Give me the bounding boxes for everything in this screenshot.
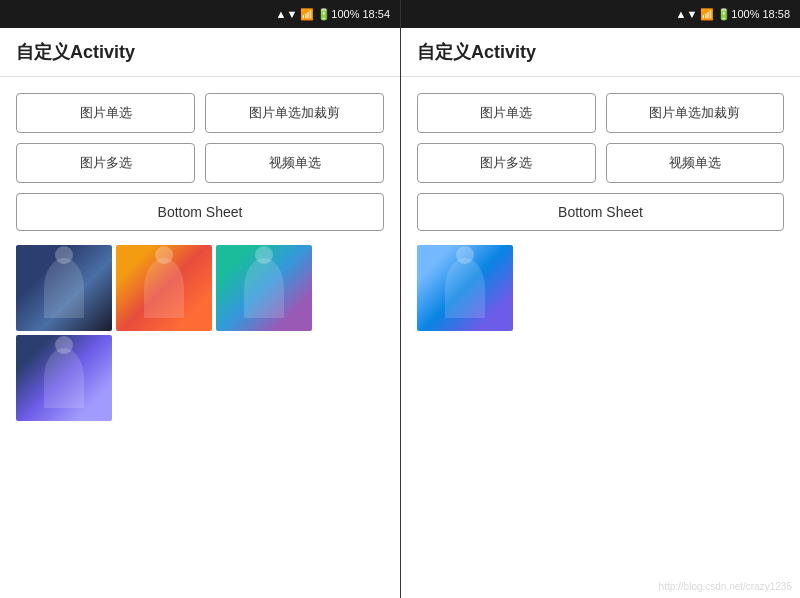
right-phone-panel: ▲▼ 📶 🔋100% 18:58 自定义Activity 图片单选 图片单选加裁… — [400, 0, 800, 598]
left-phone-content: 自定义Activity 图片单选 图片单选加裁剪 图片多选 视频单选 Botto… — [0, 28, 400, 598]
left-btn-row-1: 图片单选 图片单选加裁剪 — [16, 93, 384, 133]
right-time: 18:58 — [762, 8, 790, 20]
right-app-title: 自定义Activity — [417, 42, 536, 62]
left-app-title: 自定义Activity — [16, 42, 135, 62]
right-btn-multi-image[interactable]: 图片多选 — [417, 143, 596, 183]
left-btn-multi-image[interactable]: 图片多选 — [16, 143, 195, 183]
right-status-bar: ▲▼ 📶 🔋100% 18:58 — [401, 0, 800, 28]
left-btn-single-video[interactable]: 视频单选 — [205, 143, 384, 183]
right-btn-single-crop[interactable]: 图片单选加裁剪 — [606, 93, 785, 133]
left-image-1[interactable] — [16, 245, 112, 331]
left-image-2[interactable] — [116, 245, 212, 331]
right-btn-row-1: 图片单选 图片单选加裁剪 — [417, 93, 784, 133]
right-btn-row-2: 图片多选 视频单选 — [417, 143, 784, 183]
right-btn-single-video[interactable]: 视频单选 — [606, 143, 785, 183]
left-bottom-sheet-btn[interactable]: Bottom Sheet — [16, 193, 384, 231]
left-btn-single-image[interactable]: 图片单选 — [16, 93, 195, 133]
right-phone-content: 自定义Activity 图片单选 图片单选加裁剪 图片多选 视频单选 Botto… — [401, 28, 800, 598]
right-image-row-1 — [417, 245, 784, 331]
right-btn-single-image[interactable]: 图片单选 — [417, 93, 596, 133]
right-signal-icon: ▲▼ — [676, 8, 698, 20]
right-bottom-sheet-btn[interactable]: Bottom Sheet — [417, 193, 784, 231]
right-battery-icon: 🔋100% — [717, 8, 759, 21]
left-image-4[interactable] — [16, 335, 112, 421]
right-app-body: 图片单选 图片单选加裁剪 图片多选 视频单选 Bottom Sheet — [401, 77, 800, 598]
left-status-bar: ▲▼ 📶 🔋100% 18:54 — [0, 0, 400, 28]
wifi-icon: 📶 — [300, 8, 314, 21]
right-image-1[interactable] — [417, 245, 513, 331]
left-image-row-2 — [16, 335, 384, 421]
left-phone-panel: ▲▼ 📶 🔋100% 18:54 自定义Activity 图片单选 图片单选加裁… — [0, 0, 400, 598]
left-btn-single-crop[interactable]: 图片单选加裁剪 — [205, 93, 384, 133]
right-app-header: 自定义Activity — [401, 28, 800, 77]
left-btn-row-2: 图片多选 视频单选 — [16, 143, 384, 183]
left-image-grid — [16, 245, 384, 421]
left-image-row-1 — [16, 245, 384, 331]
battery-icon: 🔋100% — [317, 8, 359, 21]
signal-icon: ▲▼ — [276, 8, 298, 20]
right-image-grid — [417, 245, 784, 331]
left-time: 18:54 — [362, 8, 390, 20]
left-app-body: 图片单选 图片单选加裁剪 图片多选 视频单选 Bottom Sheet — [0, 77, 400, 598]
left-status-icons: ▲▼ 📶 🔋100% 18:54 — [276, 8, 390, 21]
left-image-3[interactable] — [216, 245, 312, 331]
left-app-header: 自定义Activity — [0, 28, 400, 77]
right-wifi-icon: 📶 — [700, 8, 714, 21]
right-status-icons: ▲▼ 📶 🔋100% 18:58 — [676, 8, 790, 21]
